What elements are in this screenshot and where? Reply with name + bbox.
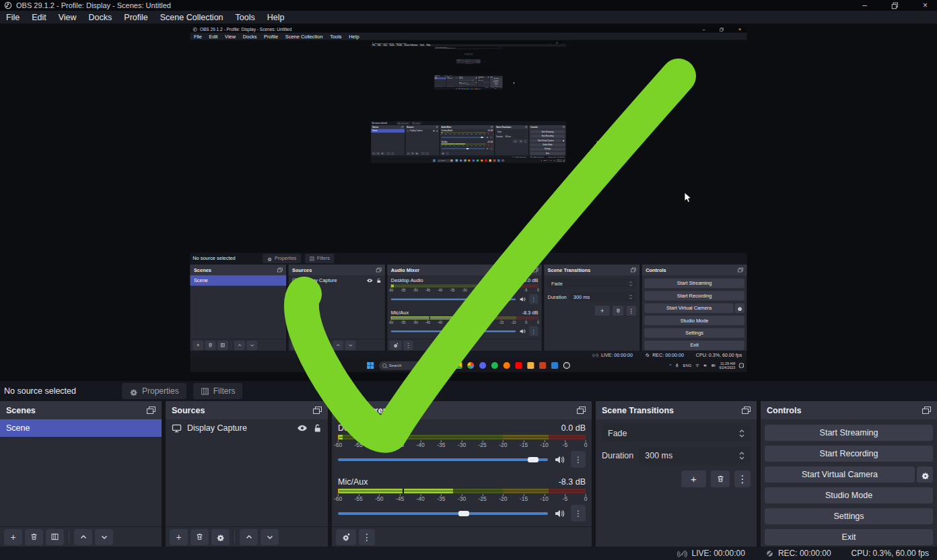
start-streaming-button[interactable]: Start Streaming: [644, 279, 744, 288]
speaker-icon[interactable]: [554, 454, 565, 465]
move-source-down-button[interactable]: [345, 341, 355, 350]
menu-edit[interactable]: Edit: [205, 34, 221, 39]
add-transition-button[interactable]: +: [595, 306, 610, 316]
popout-icon[interactable]: [533, 268, 539, 273]
tray-language[interactable]: ENG: [543, 160, 547, 161]
source-properties-button[interactable]: [415, 151, 419, 155]
remove-scene-button[interactable]: [376, 151, 380, 155]
visibility-eye-icon[interactable]: [367, 278, 374, 283]
restore-button[interactable]: [720, 27, 724, 32]
wifi-icon[interactable]: [695, 363, 700, 368]
source-list-item[interactable]: Display Capture: [461, 60, 465, 61]
word-icon[interactable]: [551, 362, 558, 369]
source-properties-button[interactable]: [316, 341, 326, 350]
duration-spinbox[interactable]: 300 ms: [481, 80, 489, 81]
mixer-menu-button[interactable]: ⋮: [403, 341, 413, 350]
pinwheel-icon[interactable]: [465, 88, 466, 89]
obs-app-icon[interactable]: [480, 88, 481, 89]
volume-slider-handle[interactable]: [462, 330, 469, 333]
source-list-item[interactable]: Display Capture: [405, 129, 439, 133]
menu-help[interactable]: Help: [261, 13, 291, 22]
exit-button[interactable]: Exit: [765, 529, 933, 545]
popout-icon[interactable]: [491, 127, 493, 128]
volume-slider-handle[interactable]: [458, 511, 469, 516]
channel-menu-button[interactable]: ⋮: [529, 326, 538, 337]
add-source-button[interactable]: +: [291, 341, 302, 350]
discord-icon[interactable]: [479, 362, 486, 369]
spin-arrows-icon[interactable]: [629, 294, 633, 299]
start-recording-button[interactable]: Start Recording: [530, 135, 565, 138]
volume-slider[interactable]: [391, 298, 516, 300]
obs-tray-icon[interactable]: [501, 89, 502, 90]
drive-icon[interactable]: [467, 88, 468, 89]
properties-button[interactable]: Properties: [122, 383, 186, 399]
obs-tray-icon[interactable]: [739, 363, 744, 368]
preview-canvas[interactable]: OBS 29.1.2 - Profile: Display - Scenes: …: [434, 49, 502, 75]
channel-menu-button[interactable]: ⋮: [476, 84, 477, 85]
duration-spinbox[interactable]: 300 ms: [504, 135, 527, 138]
scene-filters-button[interactable]: [380, 151, 384, 155]
move-scene-up-button[interactable]: [234, 341, 245, 350]
volume-slider[interactable]: [338, 458, 548, 461]
youtube-icon[interactable]: [515, 362, 522, 369]
move-source-down-button[interactable]: [261, 529, 279, 545]
soundcloud-icon[interactable]: [473, 88, 473, 89]
soundcloud-icon[interactable]: [481, 160, 483, 162]
add-source-button[interactable]: +: [407, 151, 411, 155]
wifi-icon[interactable]: [548, 160, 549, 161]
source-list-item[interactable]: Display Capture: [166, 419, 328, 437]
start-streaming-button[interactable]: Start Streaming: [765, 425, 933, 441]
popout-icon[interactable]: [525, 127, 527, 128]
obs-app-icon[interactable]: [501, 160, 504, 162]
spotify-icon[interactable]: [491, 362, 498, 369]
virtual-camera-settings-button[interactable]: [917, 466, 933, 483]
folder-icon[interactable]: [476, 88, 477, 89]
folder-icon[interactable]: [489, 160, 492, 162]
remove-source-button[interactable]: [190, 529, 209, 545]
popout-icon[interactable]: [742, 407, 751, 414]
advanced-audio-button[interactable]: [336, 529, 356, 545]
start-streaming-button[interactable]: Start Streaming: [530, 130, 565, 133]
popout-icon[interactable]: [631, 268, 636, 273]
source-list-item[interactable]: Display Capture: [446, 78, 458, 79]
add-transition-button[interactable]: +: [513, 139, 518, 143]
menu-scene-collection[interactable]: Scene Collection: [154, 13, 230, 22]
obs-tray-icon[interactable]: [563, 160, 565, 162]
spin-arrows-icon[interactable]: [739, 452, 744, 460]
transition-menu-button[interactable]: ⋮: [524, 139, 527, 143]
popout-icon[interactable]: [277, 268, 283, 273]
remove-transition-button[interactable]: [519, 139, 523, 143]
filters-button[interactable]: Filters: [305, 254, 335, 263]
start-virtual-camera-button[interactable]: Start Virtual Camera: [530, 139, 561, 142]
remove-transition-button[interactable]: [613, 306, 624, 316]
add-scene-button[interactable]: +: [193, 341, 203, 350]
mic-icon[interactable]: [675, 363, 680, 368]
unlock-icon[interactable]: [313, 423, 322, 433]
scene-list-item[interactable]: Scene: [371, 129, 405, 133]
transition-menu-button[interactable]: ⋮: [627, 306, 636, 316]
move-scene-up-button[interactable]: [386, 151, 390, 155]
menu-view[interactable]: View: [221, 34, 240, 39]
widgets-icon[interactable]: [431, 362, 438, 369]
add-scene-button[interactable]: +: [4, 529, 22, 545]
channel-menu-button[interactable]: ⋮: [571, 451, 586, 468]
move-scene-up-button[interactable]: [74, 529, 92, 545]
close-button[interactable]: ×: [923, 1, 928, 9]
pinwheel-icon[interactable]: [460, 160, 462, 162]
exit-button[interactable]: Exit: [490, 85, 502, 87]
drive-icon[interactable]: [455, 362, 462, 369]
pinwheel-icon[interactable]: [444, 362, 450, 369]
youtube-icon[interactable]: [485, 160, 487, 162]
discord-icon[interactable]: [473, 160, 475, 162]
popout-icon[interactable]: [436, 127, 438, 128]
volume-icon[interactable]: [703, 363, 708, 368]
preview-canvas[interactable]: OBS 29.1.2 - Profile: Display - Scenes: …: [371, 46, 565, 120]
tray-language[interactable]: ENG: [683, 363, 692, 368]
remove-transition-button[interactable]: [711, 470, 730, 487]
powerpoint-icon[interactable]: [493, 160, 496, 162]
volume-slider[interactable]: [442, 148, 485, 149]
start-recording-button[interactable]: Start Recording: [765, 446, 933, 462]
widgets-icon[interactable]: [456, 160, 458, 162]
studio-mode-button[interactable]: Studio Mode: [644, 316, 744, 325]
properties-button[interactable]: Properties: [263, 254, 301, 263]
